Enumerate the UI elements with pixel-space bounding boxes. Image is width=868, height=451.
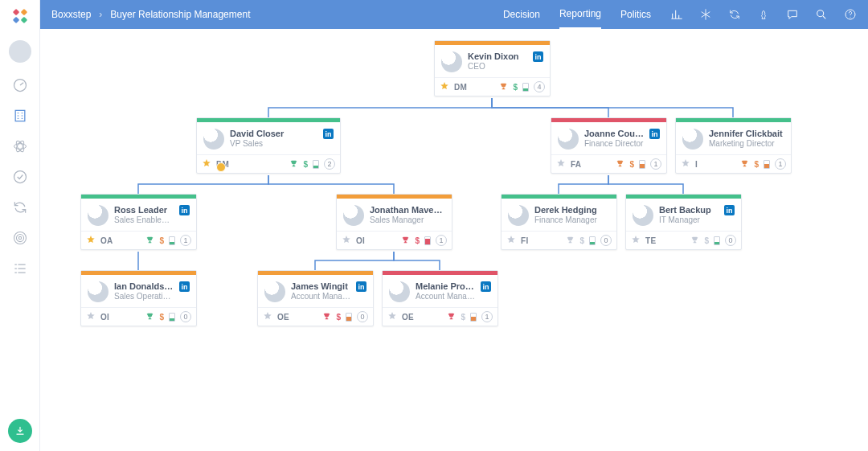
linkedin-icon[interactable]: in (724, 205, 735, 215)
dollar-icon[interactable]: $ (336, 313, 341, 322)
dollar-icon[interactable]: $ (303, 160, 308, 169)
star-icon[interactable] (86, 235, 96, 246)
trophy-icon[interactable] (690, 236, 699, 246)
trophy-icon[interactable] (145, 236, 154, 246)
battery-icon[interactable] (764, 160, 770, 169)
count-badge[interactable]: 1 (436, 235, 447, 246)
battery-icon[interactable] (714, 236, 720, 245)
snowflake-icon[interactable] (699, 8, 712, 21)
star-icon[interactable] (631, 235, 641, 246)
dollar-icon[interactable]: $ (579, 236, 584, 245)
star-icon[interactable] (387, 311, 397, 322)
tab-decision[interactable]: Decision (503, 0, 540, 29)
sync-icon[interactable] (728, 8, 741, 21)
star-icon[interactable] (342, 235, 351, 246)
checkmark-circle-icon[interactable] (12, 169, 28, 185)
chess-piece-icon[interactable] (757, 8, 770, 21)
dollar-icon[interactable]: $ (704, 236, 709, 245)
person-card-jennifer[interactable]: Jennifer Clickbait Marketing Director I … (675, 117, 792, 174)
star-icon[interactable] (440, 81, 449, 92)
person-card-joanne[interactable]: Joanne Counter Finance Director in FA $ … (551, 117, 667, 174)
dollar-icon[interactable]: $ (513, 83, 518, 92)
dollar-icon[interactable]: $ (629, 160, 634, 169)
count-badge[interactable]: 2 (324, 158, 335, 170)
person-card-ian[interactable]: Ian Donaldson Sales Operations… in OI $ … (80, 270, 197, 326)
count-badge[interactable]: 4 (534, 81, 545, 92)
person-card-kevin[interactable]: Kevin Dixon CEO in DM $ 4 (434, 40, 551, 96)
person-card-david[interactable]: David Closer VP Sales in DM $ 2 (196, 117, 341, 174)
linkedin-icon[interactable]: in (179, 205, 190, 215)
tab-reporting[interactable]: Reporting (559, 0, 601, 29)
target-icon[interactable] (12, 230, 28, 246)
person-card-jonathan[interactable]: Jonathan Maverick Sales Manager OI $ 1 (336, 194, 452, 250)
count-badge[interactable]: 0 (725, 235, 736, 246)
gauge-icon[interactable] (12, 77, 28, 93)
battery-icon[interactable] (470, 313, 477, 322)
chat-icon[interactable] (786, 8, 799, 21)
trophy-icon[interactable] (289, 159, 298, 170)
star-icon[interactable] (556, 158, 566, 170)
dollar-icon[interactable]: $ (415, 236, 420, 245)
current-user-avatar[interactable] (9, 40, 31, 63)
trophy-icon[interactable] (566, 236, 575, 246)
trophy-icon[interactable] (401, 236, 410, 246)
chart-icon[interactable] (670, 8, 683, 21)
battery-icon[interactable] (522, 83, 529, 92)
linkedin-icon[interactable]: in (356, 281, 366, 292)
person-card-ross[interactable]: Ross Leader Sales Enablement… in OA $ 1 (80, 194, 197, 250)
linkedin-icon[interactable]: in (533, 51, 543, 62)
linkedin-icon[interactable]: in (323, 129, 334, 139)
battery-icon[interactable] (169, 236, 175, 245)
trophy-icon[interactable] (499, 82, 508, 92)
download-fab[interactable] (8, 419, 32, 443)
trophy-icon[interactable] (145, 312, 154, 322)
battery-icon[interactable] (313, 160, 319, 169)
count-badge[interactable]: 1 (775, 158, 786, 170)
count-badge[interactable]: 0 (357, 311, 368, 322)
dollar-icon[interactable]: $ (754, 160, 759, 169)
person-avatar (203, 129, 224, 150)
trophy-icon[interactable] (322, 312, 331, 322)
count-badge[interactable]: 0 (180, 311, 191, 322)
trophy-icon[interactable] (740, 159, 749, 170)
search-icon[interactable] (815, 8, 828, 21)
building-icon[interactable] (12, 108, 28, 124)
breadcrumb-app[interactable]: Boxxstep (51, 9, 91, 20)
dollar-icon[interactable]: $ (461, 313, 465, 322)
dollar-icon[interactable]: $ (159, 313, 164, 322)
atom-icon[interactable] (12, 138, 28, 154)
svg-point-10 (14, 232, 26, 244)
linkedin-icon[interactable]: in (179, 281, 190, 292)
battery-icon[interactable] (639, 160, 645, 169)
dollar-icon[interactable]: $ (159, 236, 164, 245)
star-icon[interactable] (681, 158, 690, 170)
org-chart-canvas[interactable]: Kevin Dixon CEO in DM $ 4 David Closer V… (40, 29, 868, 451)
battery-icon[interactable] (346, 313, 352, 322)
count-badge[interactable]: 1 (650, 158, 661, 170)
person-card-bert[interactable]: Bert Backup IT Manager in TE $ 0 (625, 194, 742, 250)
count-badge[interactable]: 1 (180, 235, 191, 246)
battery-icon[interactable] (589, 236, 596, 245)
linkedin-icon[interactable]: in (481, 281, 491, 292)
person-card-derek[interactable]: Derek Hedging Finance Manager FI $ 0 (501, 194, 617, 250)
linkedin-icon[interactable]: in (649, 129, 660, 139)
battery-icon[interactable] (169, 313, 175, 322)
trophy-icon[interactable] (447, 312, 456, 322)
help-icon[interactable] (844, 8, 857, 21)
person-card-james[interactable]: James Wingit Account Manager in OE $ 0 (257, 270, 374, 326)
list-icon[interactable] (12, 260, 28, 277)
breadcrumb-section[interactable]: Buyer Relationship Management (110, 9, 250, 20)
star-icon[interactable] (506, 235, 516, 246)
star-icon[interactable] (263, 311, 272, 322)
tab-politics[interactable]: Politics (620, 0, 651, 29)
count-badge[interactable]: 1 (481, 311, 493, 322)
count-badge[interactable]: 0 (600, 235, 612, 246)
person-avatar (633, 205, 653, 226)
person-card-melanie[interactable]: Melanie Proactive Account Manager in OE … (382, 270, 498, 326)
star-icon[interactable] (202, 158, 211, 170)
star-icon[interactable] (86, 311, 96, 322)
trophy-icon[interactable] (616, 159, 624, 170)
battery-icon[interactable] (424, 236, 431, 245)
person-title: Account Manager (291, 292, 350, 301)
refresh-icon[interactable] (12, 199, 28, 215)
